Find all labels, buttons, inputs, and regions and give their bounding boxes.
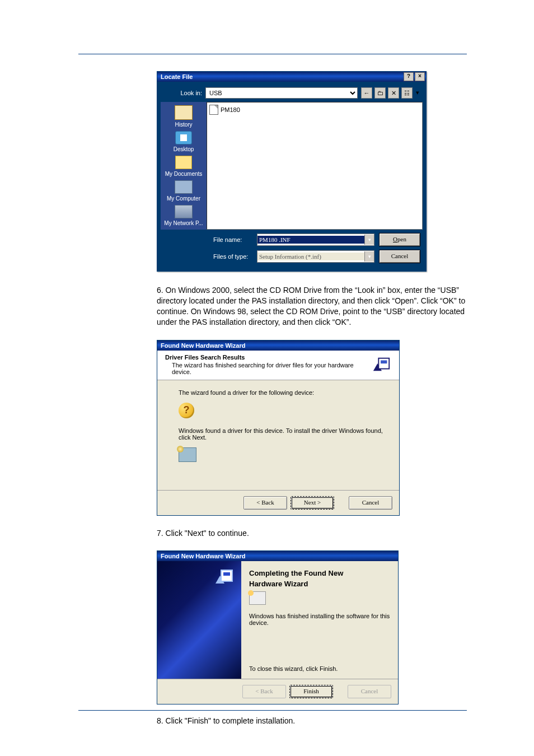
found-hardware-wizard-results: Found New Hardware Wizard Driver Files S…: [157, 340, 400, 516]
nav-up-icon[interactable]: 🗀: [374, 87, 386, 99]
file-name-label: File name:: [213, 236, 252, 243]
file-name: PM180: [221, 106, 240, 113]
titlebar[interactable]: Locate File ? ×: [157, 72, 426, 82]
sidebar-item-network[interactable]: My Network P...: [161, 205, 207, 226]
sidebar-label: My Computer: [167, 195, 200, 202]
wizard-side-art: [157, 561, 241, 679]
file-list[interactable]: PM180: [207, 102, 423, 230]
titlebar[interactable]: Found New Hardware Wizard: [157, 340, 399, 351]
window-title: Locate File: [161, 73, 193, 80]
window-title: Found New Hardware Wizard: [161, 553, 245, 559]
svg-rect-5: [223, 572, 230, 576]
sidebar-label: My Documents: [165, 171, 203, 177]
file-type-label: Files of type:: [213, 253, 252, 260]
cancel-button[interactable]: Cancel: [349, 496, 392, 510]
sidebar-label: History: [175, 122, 192, 128]
sidebar-item-mycomputer[interactable]: My Computer: [161, 180, 207, 202]
sidebar-item-documents[interactable]: My Documents: [161, 156, 207, 177]
nav-views-menu-icon[interactable]: ▾: [415, 87, 420, 97]
header-divider: [78, 54, 467, 54]
finish-button[interactable]: Finish: [289, 685, 333, 698]
window-title: Found New Hardware Wizard: [161, 342, 245, 349]
nav-views-icon[interactable]: ☷: [401, 87, 413, 99]
file-item[interactable]: PM180: [209, 105, 420, 115]
sidebar-label: My Network P...: [164, 220, 203, 226]
driver-placeholder: [179, 447, 387, 462]
device-chip-icon: [249, 591, 266, 605]
wizard-text: The wizard found a driver for the follow…: [179, 389, 387, 396]
locate-file-dialog: Locate File ? × Look in: USB ← 🗀 ✕ ☷: [157, 71, 427, 272]
nav-back-icon[interactable]: ←: [361, 87, 372, 99]
device-placeholder: ?: [179, 403, 387, 418]
network-icon: [175, 205, 193, 218]
sidebar-item-desktop[interactable]: Desktop: [161, 131, 207, 152]
file-type-input: [257, 253, 364, 260]
close-button[interactable]: ×: [415, 72, 425, 81]
wizard-header-title: Driver Files Search Results: [165, 354, 370, 361]
dropdown-arrow-icon: ▾: [364, 251, 374, 262]
sidebar-label: Desktop: [174, 146, 194, 152]
svg-rect-2: [381, 360, 387, 363]
found-hardware-wizard-complete: Found New Hardware Wizard Completing the…: [157, 550, 399, 704]
hardware-icon: [370, 354, 394, 375]
history-icon: [175, 105, 193, 120]
file-name-input[interactable]: [257, 236, 364, 244]
open-button[interactable]: OOpenpen: [379, 233, 420, 246]
instruction-step-6: 6. On Windows 2000, select the CD ROM Dr…: [157, 285, 467, 328]
look-in-select[interactable]: USB: [205, 87, 358, 99]
question-icon: ?: [179, 403, 194, 418]
wizard-text: Windows has finished installing the soft…: [249, 613, 390, 626]
next-button[interactable]: Next >: [291, 496, 334, 510]
mycomputer-icon: [175, 180, 193, 194]
driver-chip-icon: [179, 447, 196, 462]
cancel-button[interactable]: Cancel: [379, 250, 420, 263]
nav-newfolder-icon[interactable]: ✕: [388, 87, 399, 99]
wizard-heading: Completing the Found New: [249, 569, 390, 577]
look-in-label: Look in:: [163, 90, 202, 96]
dropdown-arrow-icon[interactable]: ▾: [364, 235, 374, 245]
wizard-header: Driver Files Search Results The wizard h…: [157, 351, 399, 380]
wizard-header-subtitle: The wizard has finished searching for dr…: [172, 362, 370, 375]
footer-divider: [78, 710, 467, 711]
desktop-icon: [175, 131, 192, 144]
cancel-button: Cancel: [348, 685, 391, 698]
sidebar-item-history[interactable]: History: [161, 105, 207, 128]
wizard-heading: Hardware Wizard: [249, 580, 390, 588]
instruction-step-7: 7. Click "Next" to continue.: [157, 528, 467, 539]
places-bar: History Desktop My Documents My Computer…: [161, 102, 207, 230]
inf-file-icon: [209, 105, 218, 115]
wizard-close-text: To close this wizard, click Finish.: [249, 665, 390, 672]
instruction-step-8: 8. Click "Finish" to complete installati…: [157, 716, 467, 726]
documents-icon: [175, 156, 192, 169]
titlebar[interactable]: Found New Hardware Wizard: [157, 551, 398, 561]
wizard-text: Windows found a driver for this device. …: [179, 427, 387, 441]
back-button: < Back: [242, 685, 286, 698]
back-button[interactable]: < Back: [243, 496, 287, 510]
help-button[interactable]: ?: [404, 72, 414, 81]
hardware-icon: [213, 567, 236, 587]
